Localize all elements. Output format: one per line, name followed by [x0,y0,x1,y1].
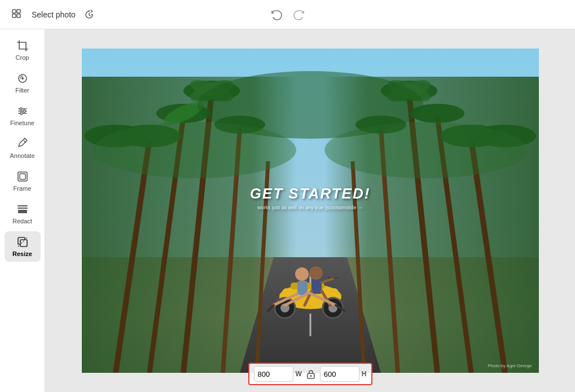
sidebar-item-redact[interactable]: Redact [5,199,41,229]
svg-rect-68 [311,280,322,294]
sidebar-label-finetune: Finetune [10,120,34,126]
svg-point-10 [23,110,25,112]
top-bar: Select photo [0,0,575,29]
annotate-icon [16,138,29,150]
top-bar-left: Select photo [9,6,97,23]
svg-point-67 [309,266,323,280]
svg-point-11 [20,112,23,114]
sidebar: Crop Filter [0,29,45,392]
canvas-area: GET STARTED! works just as well on any t… [45,29,575,392]
finetune-icon [16,105,29,117]
resize-icon [16,236,29,248]
sidebar-item-filter[interactable]: Filter [5,68,41,98]
height-input-group: H [320,366,367,382]
photo-background: GET STARTED! works just as well on any t… [82,49,539,373]
sidebar-label-annotate: Annotate [10,152,34,159]
sidebar-item-resize[interactable]: Resize [5,231,41,262]
crop-icon [16,39,29,52]
filter-icon [16,72,29,85]
resize-box: W H [248,363,372,385]
photo-credit: Photo by Agni George [488,363,532,368]
sidebar-item-annotate[interactable]: Annotate [5,133,41,164]
svg-rect-13 [20,174,25,179]
svg-rect-0 [12,10,16,13]
height-label: H [362,370,367,378]
sidebar-label-frame: Frame [14,185,32,192]
svg-point-5 [21,77,24,80]
svg-rect-2 [12,14,16,17]
overlay-title: GET STARTED! [250,185,371,202]
sidebar-item-crop[interactable]: Crop [5,35,41,65]
open-file-button[interactable] [9,6,26,23]
sidebar-label-filter: Filter [15,87,29,94]
svg-rect-3 [17,14,20,17]
sidebar-label-resize: Resize [12,250,32,257]
svg-rect-16 [18,210,27,213]
overlay-text: GET STARTED! works just as well on any t… [250,185,371,210]
height-input[interactable] [320,366,359,382]
overlay-subtitle: works just as well on any true [scootamo… [250,205,371,210]
redo-button[interactable] [291,6,308,23]
svg-point-52 [93,122,296,178]
sidebar-item-frame[interactable]: Frame [5,166,41,196]
photo-scene: GET STARTED! works just as well on any t… [82,49,539,373]
undo-button[interactable] [267,6,284,23]
width-label: W [296,370,302,378]
sidebar-label-crop: Crop [16,54,29,61]
svg-point-9 [20,108,22,110]
top-bar-center [267,6,308,23]
svg-point-53 [324,122,528,178]
select-photo-label[interactable]: Select photo [32,10,76,19]
svg-point-75 [310,375,311,377]
palm-trees-svg [82,49,539,373]
redact-icon [16,203,29,215]
width-input[interactable] [254,366,293,382]
image-container: GET STARTED! works just as well on any t… [82,49,539,373]
frame-icon [16,170,29,183]
sidebar-item-finetune[interactable]: Finetune [5,100,41,131]
history-button[interactable] [81,7,97,23]
main-layout: Crop Filter [0,29,575,392]
lock-icon[interactable] [306,369,315,379]
resize-controls: W H [248,363,372,385]
sidebar-label-redact: Redact [12,218,32,224]
svg-rect-1 [17,10,20,13]
svg-point-62 [295,267,309,281]
svg-rect-63 [297,281,308,295]
width-input-group: W [254,366,302,382]
